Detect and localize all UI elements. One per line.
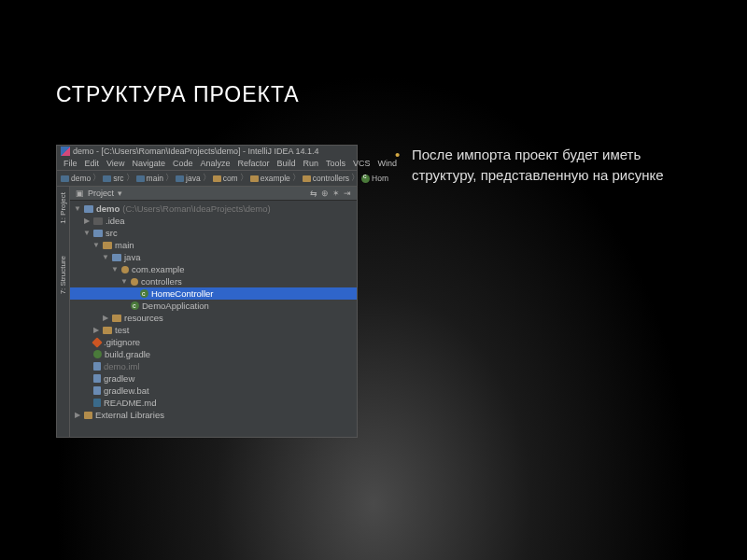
tree-row[interactable]: demo.iml xyxy=(70,360,357,372)
menu-view[interactable]: View xyxy=(104,158,127,169)
folder-icon xyxy=(136,175,145,182)
tree-label: DemoApplication xyxy=(142,300,209,312)
menu-edit[interactable]: Edit xyxy=(82,158,103,169)
tree-label: HomeController xyxy=(151,287,214,300)
breadcrumb-item[interactable]: main xyxy=(136,174,163,183)
breadcrumb-item[interactable]: demo xyxy=(61,174,91,183)
tree-label: .gitignore xyxy=(104,336,140,348)
tree-row[interactable]: controllers xyxy=(70,275,357,287)
tree-row-external-libs[interactable]: External Libraries xyxy=(70,409,357,421)
tree-row[interactable]: src xyxy=(70,227,357,239)
chevron-right-icon: 〉 xyxy=(126,173,134,184)
folder-icon xyxy=(213,175,221,182)
project-panel-header: ▣ Project ▾ ⇆ ⊕ ✶ ⇥ xyxy=(70,187,357,201)
expand-arrow-icon[interactable] xyxy=(102,312,109,324)
package-icon xyxy=(131,278,138,286)
slide-title: СТРУКТУРА ПРОЕКТА xyxy=(56,82,300,107)
library-icon xyxy=(84,412,92,419)
tree-label: java xyxy=(124,251,140,263)
project-tree: demo (C:\Users\Roman\IdeaProjects\demo) … xyxy=(70,201,357,425)
tree-label: resources xyxy=(124,312,163,324)
expand-arrow-icon[interactable] xyxy=(111,263,119,275)
menu-vcs[interactable]: VCS xyxy=(350,158,374,169)
tree-label: build.gradle xyxy=(105,348,150,360)
intellij-icon xyxy=(61,147,70,156)
folder-icon xyxy=(250,175,259,182)
tree-label: test xyxy=(115,324,129,336)
tree-label: demo xyxy=(96,203,120,215)
expand-arrow-icon[interactable] xyxy=(102,251,109,263)
project-tool-tab[interactable]: 1: Project xyxy=(59,190,67,226)
menu-tools[interactable]: Tools xyxy=(323,158,348,169)
ide-breadcrumb: demo〉 src〉 main〉 java〉 com〉 example〉 con… xyxy=(57,170,357,187)
tree-row[interactable]: README.md xyxy=(70,397,357,409)
menu-analyze[interactable]: Analyze xyxy=(197,158,233,169)
tree-row[interactable]: .idea xyxy=(70,215,357,227)
folder-icon xyxy=(303,175,311,182)
folder-icon xyxy=(61,175,69,182)
class-icon xyxy=(361,175,370,183)
menu-refactor[interactable]: Refactor xyxy=(234,158,272,169)
class-icon xyxy=(131,301,139,310)
tree-row-selected[interactable]: HomeController xyxy=(70,287,357,300)
ide-menubar: File Edit View Navigate Code Analyze Ref… xyxy=(57,157,357,170)
tree-row[interactable]: build.gradle xyxy=(70,348,357,360)
collapse-icon[interactable]: ⇆ xyxy=(310,189,317,198)
file-icon xyxy=(93,362,101,371)
menu-file[interactable]: File xyxy=(61,158,80,169)
tree-row[interactable]: .gitignore xyxy=(70,336,357,348)
expand-arrow-icon[interactable] xyxy=(120,275,128,287)
breadcrumb-item[interactable]: java xyxy=(176,174,201,183)
source-folder-icon xyxy=(112,254,121,261)
tree-row[interactable]: main xyxy=(70,239,357,251)
tree-label: .idea xyxy=(106,215,125,227)
expand-arrow-icon[interactable] xyxy=(83,227,91,239)
expand-arrow-icon[interactable] xyxy=(92,324,100,336)
breadcrumb-item[interactable]: Hom xyxy=(361,174,388,183)
expand-arrow-icon[interactable] xyxy=(83,215,91,227)
menu-run[interactable]: Run xyxy=(301,158,322,169)
breadcrumb-item[interactable]: src xyxy=(103,174,123,183)
class-icon xyxy=(140,289,148,298)
tree-row[interactable]: resources xyxy=(70,312,357,324)
menu-navigate[interactable]: Navigate xyxy=(129,158,168,169)
chevron-right-icon: 〉 xyxy=(203,173,211,184)
chevron-right-icon: 〉 xyxy=(292,173,301,184)
menu-build[interactable]: Build xyxy=(274,158,298,169)
structure-tool-tab[interactable]: 7: Structure xyxy=(59,254,67,296)
project-view-icon: ▣ xyxy=(76,189,84,198)
folder-icon xyxy=(176,175,184,182)
chevron-right-icon: 〉 xyxy=(165,173,174,184)
tree-row[interactable]: gradlew xyxy=(70,372,357,385)
expand-arrow-icon[interactable] xyxy=(74,409,81,421)
tree-row-root[interactable]: demo (C:\Users\Roman\IdeaProjects\demo) xyxy=(70,203,357,215)
breadcrumb-item[interactable]: controllers xyxy=(303,174,349,183)
chevron-down-icon[interactable]: ▾ xyxy=(118,189,122,198)
folder-icon xyxy=(93,230,103,237)
hide-icon[interactable]: ⇥ xyxy=(344,189,351,198)
breadcrumb-item[interactable]: example xyxy=(250,174,290,183)
chevron-right-icon: 〉 xyxy=(240,173,248,184)
tree-row[interactable]: java xyxy=(70,251,357,263)
tree-label: External Libraries xyxy=(95,409,164,421)
expand-arrow-icon[interactable] xyxy=(92,239,100,251)
tree-row[interactable]: gradlew.bat xyxy=(70,385,357,397)
ide-body: 1: Project 7: Structure ▣ Project ▾ ⇆ ⊕ … xyxy=(57,187,357,437)
tree-row[interactable]: test xyxy=(70,324,357,336)
tree-label: README.md xyxy=(104,397,156,409)
tree-row[interactable]: com.example xyxy=(70,263,357,275)
chevron-right-icon: 〉 xyxy=(351,173,359,184)
project-panel-label[interactable]: Project xyxy=(88,189,114,198)
gradle-icon xyxy=(93,350,102,358)
ide-screenshot: demo - [C:\Users\Roman\IdeaProjects\demo… xyxy=(56,145,358,438)
ide-titlebar: demo - [C:\Users\Roman\IdeaProjects\demo… xyxy=(57,146,357,157)
locate-icon[interactable]: ⊕ xyxy=(321,189,329,198)
tool-window-bar: 1: Project 7: Structure xyxy=(57,187,70,437)
tree-row[interactable]: DemoApplication xyxy=(70,300,357,312)
tree-label: com.example xyxy=(132,263,185,275)
tree-label: gradlew xyxy=(104,372,134,385)
settings-icon[interactable]: ✶ xyxy=(332,189,340,198)
expand-arrow-icon[interactable] xyxy=(74,203,81,215)
breadcrumb-item[interactable]: com xyxy=(213,174,238,183)
menu-code[interactable]: Code xyxy=(170,158,196,169)
